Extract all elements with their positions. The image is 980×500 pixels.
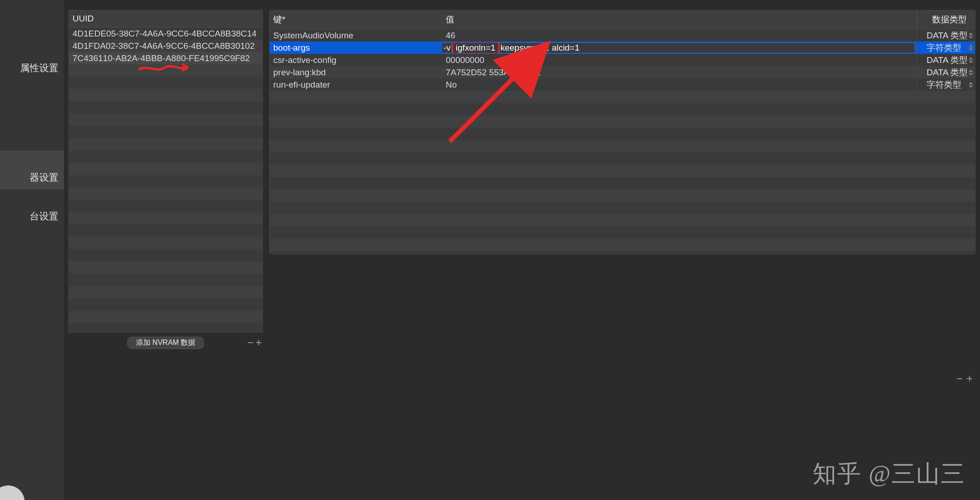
- value-edit-field[interactable]: -v igfxonln=1 keepsyms=1 alcid=1: [442, 42, 915, 53]
- table-row[interactable]: [270, 226, 975, 239]
- table-row[interactable]: [69, 175, 262, 188]
- kv-key-cell: prev-lang:kbd: [270, 68, 442, 78]
- add-nvram-button[interactable]: 添加 NVRAM 数据: [127, 337, 204, 349]
- remove-kv-button[interactable]: −: [955, 375, 964, 383]
- uuid-cell: 4D1FDA02-38C7-4A6A-9CC6-4BCCA8B30102: [69, 41, 262, 51]
- table-row[interactable]: csr-active-config00000000DATA 类型: [270, 54, 975, 66]
- sidebar-item-label: 台设置: [30, 210, 58, 223]
- table-row[interactable]: [69, 77, 262, 89]
- sidebar: 属性设置 器设置 台设置: [0, 0, 64, 500]
- table-row[interactable]: [69, 138, 262, 151]
- table-row[interactable]: [69, 274, 262, 286]
- kv-type-cell[interactable]: DATA 类型: [917, 30, 975, 42]
- table-row[interactable]: [69, 237, 262, 249]
- kv-key-cell: SystemAudioVolume: [270, 31, 442, 41]
- table-row[interactable]: [270, 128, 975, 140]
- table-row[interactable]: [69, 101, 262, 114]
- uuid-panel: UUID 4D1EDE05-38C7-4A6A-9CC6-4BCCA8B38C1…: [68, 10, 263, 333]
- sidebar-item-0[interactable]: [0, 16, 64, 41]
- chevron-updown-icon: [968, 56, 974, 64]
- kv-header-type[interactable]: 数据类型: [917, 10, 975, 29]
- table-row[interactable]: [69, 249, 262, 261]
- sidebar-item-properties[interactable]: 属性设置: [0, 41, 64, 80]
- table-row[interactable]: [69, 163, 262, 175]
- table-row[interactable]: [270, 251, 975, 254]
- kv-header-key[interactable]: 键*: [270, 10, 442, 29]
- add-uuid-button[interactable]: +: [255, 339, 263, 347]
- kv-type-cell[interactable]: DATA 类型: [917, 67, 975, 78]
- chevron-updown-icon: [968, 68, 974, 77]
- avatar: [0, 485, 25, 500]
- chevron-updown-icon: [968, 44, 974, 52]
- table-row[interactable]: run-efi-updaterNo字符类型: [270, 78, 975, 91]
- table-row[interactable]: [270, 115, 975, 128]
- sidebar-item-label: 器设置: [30, 171, 58, 184]
- table-row[interactable]: [270, 152, 975, 165]
- watermark: 知乎 @三山三: [813, 458, 965, 490]
- table-row[interactable]: 4D1EDE05-38C7-4A6A-9CC6-4BCCA8B38C14: [69, 27, 262, 40]
- uuid-table-body: 4D1EDE05-38C7-4A6A-9CC6-4BCCA8B38C144D1F…: [69, 27, 262, 332]
- table-row[interactable]: 7C436110-AB2A-4BBB-A880-FE41995C9F82: [69, 52, 262, 64]
- table-row[interactable]: [69, 286, 262, 298]
- annotation-highlight-box: igfxonln=1: [452, 42, 500, 53]
- table-row[interactable]: [69, 151, 262, 163]
- add-kv-button[interactable]: +: [965, 375, 974, 383]
- remove-uuid-button[interactable]: −: [246, 339, 255, 347]
- table-row[interactable]: [69, 114, 262, 126]
- table-row[interactable]: [69, 311, 262, 323]
- table-row[interactable]: [69, 200, 262, 212]
- kv-value-cell[interactable]: -v igfxonln=1 keepsyms=1 alcid=1: [442, 42, 917, 53]
- sidebar-item-device[interactable]: 器设置: [0, 151, 64, 189]
- kv-value-cell[interactable]: No: [442, 80, 917, 90]
- table-row[interactable]: [270, 177, 975, 189]
- table-row[interactable]: [270, 103, 975, 115]
- kv-value-cell[interactable]: 46: [442, 31, 917, 41]
- table-row[interactable]: [69, 212, 262, 224]
- table-row[interactable]: [69, 126, 262, 138]
- uuid-header-cell[interactable]: UUID: [69, 10, 262, 27]
- table-row[interactable]: [69, 323, 262, 332]
- kv-type-cell[interactable]: DATA 类型: [917, 54, 975, 66]
- table-row[interactable]: [270, 189, 975, 202]
- kv-type-cell[interactable]: 字符类型: [917, 42, 975, 54]
- main-area: UUID 4D1EDE05-38C7-4A6A-9CC6-4BCCA8B38C1…: [64, 0, 980, 500]
- sidebar-item-2[interactable]: [0, 80, 64, 105]
- table-row[interactable]: [270, 140, 975, 152]
- table-row[interactable]: [270, 239, 975, 251]
- sidebar-item-platform[interactable]: 台设置: [0, 189, 64, 228]
- chevron-updown-icon: [968, 31, 974, 40]
- kv-panel: 键* 值 数据类型 SystemAudioVolume46DATA 类型boot…: [269, 10, 975, 254]
- chevron-updown-icon: [968, 81, 974, 89]
- kv-value-cell[interactable]: 7A752D52 553A3235 32: [442, 68, 917, 78]
- table-row[interactable]: [270, 165, 975, 177]
- table-row[interactable]: [270, 214, 975, 226]
- table-row[interactable]: [270, 202, 975, 214]
- table-row[interactable]: [69, 298, 262, 311]
- kv-key-cell: run-efi-updater: [270, 80, 442, 90]
- uuid-footer: 添加 NVRAM 数据 − +: [68, 335, 263, 350]
- table-row[interactable]: [69, 188, 262, 200]
- table-row[interactable]: 4D1FDA02-38C7-4A6A-9CC6-4BCCA8B30102: [69, 40, 262, 52]
- kv-header-value[interactable]: 值: [442, 10, 917, 29]
- kv-value-cell[interactable]: 00000000: [442, 55, 917, 65]
- table-row[interactable]: [69, 64, 262, 77]
- kv-type-cell[interactable]: 字符类型: [917, 79, 975, 91]
- table-row[interactable]: [69, 261, 262, 274]
- table-row[interactable]: prev-lang:kbd7A752D52 553A3235 32DATA 类型: [270, 66, 975, 78]
- table-row[interactable]: SystemAudioVolume46DATA 类型: [270, 29, 975, 42]
- table-row[interactable]: [69, 224, 262, 237]
- kv-table-body: SystemAudioVolume46DATA 类型boot-args-v ig…: [270, 29, 975, 254]
- kv-table-header: 键* 值 数据类型: [270, 10, 975, 29]
- uuid-table-header: UUID: [69, 10, 262, 27]
- kv-key-cell: boot-args: [270, 43, 442, 53]
- sidebar-item-label: 属性设置: [20, 62, 58, 74]
- kv-key-cell: csr-active-config: [270, 55, 442, 65]
- table-row[interactable]: [69, 89, 262, 101]
- uuid-cell: 7C436110-AB2A-4BBB-A880-FE41995C9F82: [69, 53, 262, 63]
- uuid-cell: 4D1EDE05-38C7-4A6A-9CC6-4BCCA8B38C14: [69, 29, 262, 39]
- table-row[interactable]: [270, 91, 975, 103]
- table-row[interactable]: boot-args-v igfxonln=1 keepsyms=1 alcid=…: [270, 42, 975, 54]
